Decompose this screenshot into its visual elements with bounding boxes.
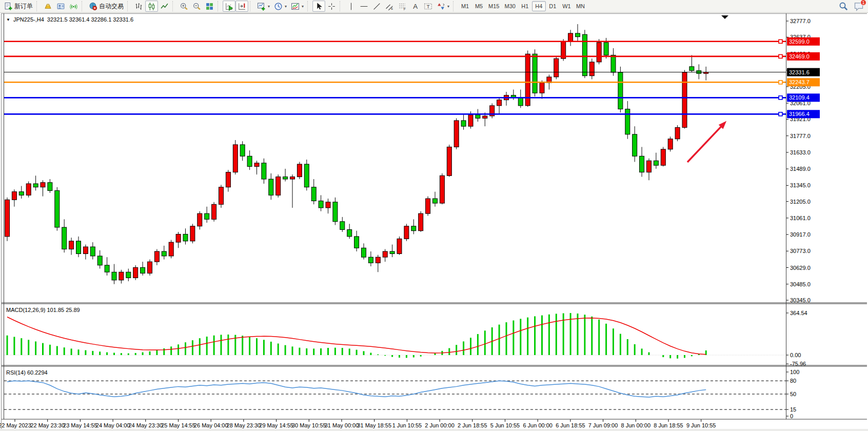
horizontal-line-button[interactable] [358,1,370,12]
toolbar: 新订单自动交易▾▾▾EFAT▾M1M5M15M30H1H4D1W1MN1 [0,0,868,13]
chart-window[interactable]: 32777.032637.032493.032349.032205.032061… [0,13,868,431]
chart-shift-button[interactable] [235,1,248,12]
candle [561,39,566,61]
y-tick-label: 30917.0 [790,231,811,238]
x-tick-label: 25 May 14:55 [161,422,195,428]
line-anchor-marker [779,81,782,84]
candle [148,260,152,276]
y-tick-label: 30485.0 [790,281,811,287]
candle-body [212,204,216,219]
candle [454,118,459,149]
new-chart-button[interactable]: ▾ [255,1,272,12]
candle [426,197,430,216]
tile-windows-button[interactable] [203,1,216,12]
candle-body [675,127,680,139]
zoom-in-button[interactable] [177,1,190,12]
candle-body [461,121,466,126]
candle-body [576,33,580,37]
candle [490,103,495,118]
candle-body [661,149,665,165]
text-button[interactable]: A [409,1,422,12]
timeframe-m1-button[interactable]: M1 [458,1,472,11]
candle-body [447,147,451,175]
new-order-button[interactable]: 新订单 [2,1,35,12]
cursor-button[interactable] [312,1,325,12]
current-price-label-text: 32331.6 [789,69,810,75]
candle-body [154,251,159,262]
candle-body [362,248,366,257]
macd-axis-label: -75.96 [790,361,806,367]
candle-body [654,161,658,165]
search-button[interactable] [838,1,849,11]
candle-body [97,256,102,265]
timeframe-h4-button[interactable]: H4 [532,1,546,11]
x-tick-label: 30 May 10:55 [292,422,326,428]
vertical-line-button[interactable] [345,1,358,12]
signals-button[interactable] [67,1,80,12]
candle-body [368,257,373,263]
one-click-collapse-icon[interactable]: ▼ [6,17,10,22]
chart-canvas[interactable]: 32777.032637.032493.032349.032205.032061… [0,13,868,431]
level-price-label: 32599.0 [787,37,820,46]
y-tick-label: 30773.0 [790,248,811,254]
candle-body [90,247,95,256]
timeframe-d1-button[interactable]: D1 [546,1,560,11]
candle-body [311,187,316,201]
candle-body [304,164,309,187]
new-order-button-label: 新订单 [14,2,33,11]
candle-body [297,164,302,177]
trendline-button[interactable] [370,1,383,12]
level-price-label: 31966.4 [787,110,820,118]
candle-body [119,272,124,280]
timeframe-h1-button[interactable]: H1 [518,1,532,11]
chevron-down-icon[interactable]: ▾ [268,4,270,9]
candle [233,140,238,174]
market-button[interactable] [42,1,54,12]
candle-body [254,163,259,167]
candle-body [48,183,52,191]
level-price-label: 32109.4 [787,93,820,102]
candle-body [169,242,173,256]
candle [525,50,530,107]
candle-body [319,201,323,208]
line-chart-button[interactable] [158,1,171,12]
zoom-out-button[interactable] [190,1,203,12]
svg-text:E: E [391,7,393,10]
y-tick-label: 31633.0 [790,149,811,155]
timeframe-m15-button[interactable]: M15 [486,1,502,11]
periods-button[interactable]: ▾ [272,1,289,12]
profile-button[interactable] [54,1,67,12]
toolbar-separator [340,1,343,11]
candle [554,56,559,80]
y-tick-label: 31061.0 [790,215,811,221]
candle-body [62,227,67,249]
candle [397,237,402,255]
crosshair-button[interactable] [325,1,338,12]
candle-body [26,184,31,195]
arrows-button[interactable]: ▾ [435,1,451,12]
candlestick-button[interactable] [145,1,158,12]
candle-body [611,55,616,72]
bar-chart-button[interactable] [132,1,145,12]
chevron-down-icon[interactable]: ▾ [447,4,449,9]
hline-icon [360,2,368,11]
timeframe-m5-button[interactable]: M5 [472,1,486,11]
notifications-button[interactable]: 1 [854,1,864,11]
rsi-axis-label: 80 [790,378,796,384]
timeframe-m30-button[interactable]: M30 [502,1,518,11]
chevron-down-icon[interactable]: ▾ [285,4,287,9]
equidistant-channel-button[interactable]: E [383,1,396,12]
timeframe-w1-button[interactable]: W1 [560,1,574,11]
text-label-button[interactable]: T [422,1,435,12]
bottom-strip [0,429,868,431]
timeframe-mn-button[interactable]: MN [574,1,587,11]
templates-button[interactable]: ▾ [289,1,306,12]
vline-icon [347,2,356,11]
toolbar-separator [250,1,253,11]
auto-trading-button[interactable]: 自动交易 [87,1,126,12]
fibonacci-button[interactable]: F [396,1,409,12]
fibonacci-icon: F [398,2,407,11]
chevron-down-icon[interactable]: ▾ [302,4,304,9]
auto-scroll-button[interactable] [223,1,235,12]
period-icon [274,2,283,11]
